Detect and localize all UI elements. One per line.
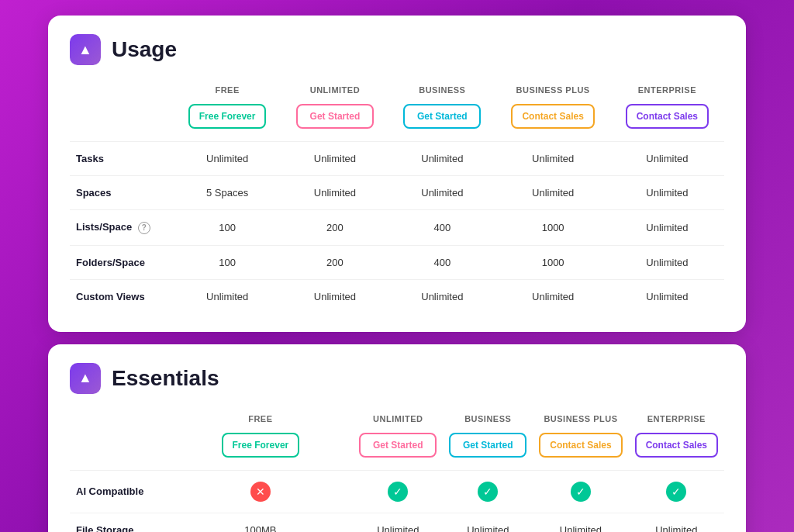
ess-unlimited-btn[interactable]: Get Started	[359, 433, 437, 458]
feature-label: AI Compatible	[70, 470, 167, 513]
page-wrapper: ▲ Usage FREE UNLIMITED BUSINESS BUSINESS…	[48, 16, 746, 532]
essentials-icon: ▲	[70, 363, 101, 394]
usage-unlimited-btn-cell: Get Started	[281, 99, 388, 142]
feature-label: Folders/Space	[70, 245, 173, 279]
cell-value: Unlimited	[281, 176, 388, 210]
check-icon: ✓	[388, 482, 408, 502]
usage-col-business: BUSINESS	[388, 81, 495, 99]
usage-card: ▲ Usage FREE UNLIMITED BUSINESS BUSINESS…	[48, 16, 746, 332]
ess-free-btn[interactable]: Free Forever	[222, 433, 300, 458]
usage-table: FREE UNLIMITED BUSINESS BUSINESS PLUS EN…	[70, 81, 724, 313]
ess-col-business: BUSINESS	[443, 409, 533, 428]
cell-value: Unlimited	[610, 245, 724, 279]
table-row: Lists/Space ? 100 200 400 1000 Unlimited	[70, 210, 724, 246]
table-row: Folders/Space 100 200 400 1000 Unlimited	[70, 245, 724, 279]
cell-value: 1000	[496, 245, 610, 279]
cell-value: Unlimited	[496, 142, 610, 176]
cell-value: 200	[281, 210, 388, 246]
ess-business-btn[interactable]: Get Started	[449, 433, 526, 458]
feature-label: File Storage	[70, 513, 167, 532]
table-row: File Storage 100MB Unlimited Unlimited U…	[70, 513, 724, 532]
cell-value: ✓	[629, 470, 724, 513]
check-icon: ✓	[571, 482, 591, 502]
usage-col-enterprise: ENTERPRISE	[610, 81, 724, 99]
feature-label: Spaces	[70, 176, 173, 210]
help-icon[interactable]: ?	[138, 222, 150, 234]
essentials-plan-header-row: FREE UNLIMITED BUSINESS BUSINESS PLUS EN…	[70, 409, 724, 428]
essentials-title: Essentials	[112, 366, 219, 391]
ess-col-feature	[70, 409, 167, 428]
table-row: Custom Views Unlimited Unlimited Unlimit…	[70, 279, 724, 313]
cell-value: Unlimited	[388, 176, 495, 210]
cell-value: Unlimited	[610, 279, 724, 313]
cell-value: 400	[388, 245, 495, 279]
cell-value: Unlimited	[629, 513, 724, 532]
cell-value: Unlimited	[281, 142, 388, 176]
ess-btn-spacer	[70, 428, 167, 471]
cell-value: Unlimited	[443, 513, 533, 532]
table-row: AI Compatible ✕ ✓ ✓ ✓	[70, 470, 724, 513]
cell-value: ✓	[443, 470, 533, 513]
usage-btn-spacer	[70, 99, 173, 142]
cell-value: ✓	[533, 470, 628, 513]
cell-value: Unlimited	[353, 513, 443, 532]
usage-free-btn[interactable]: Free Forever	[188, 104, 267, 129]
ess-col-business-plus: BUSINESS PLUS	[533, 409, 628, 428]
essentials-header: ▲ Essentials	[70, 363, 724, 394]
cell-value: Unlimited	[388, 279, 495, 313]
essentials-btn-row: Free Forever Get Started Get Started Con…	[70, 428, 724, 471]
cell-value: 200	[281, 245, 388, 279]
ess-col-free: FREE	[167, 409, 353, 428]
cell-value: Unlimited	[173, 279, 281, 313]
cell-value: Unlimited	[610, 176, 724, 210]
usage-free-btn-cell: Free Forever	[173, 99, 281, 142]
table-row: Tasks Unlimited Unlimited Unlimited Unli…	[70, 142, 724, 176]
cell-value: Unlimited	[610, 142, 724, 176]
usage-table-wrapper: FREE UNLIMITED BUSINESS BUSINESS PLUS EN…	[70, 81, 724, 313]
usage-plan-header-row: FREE UNLIMITED BUSINESS BUSINESS PLUS EN…	[70, 81, 724, 99]
ess-col-enterprise: ENTERPRISE	[629, 409, 724, 428]
cell-value: 5 Spaces	[173, 176, 281, 210]
usage-btn-row: Free Forever Get Started Get Started Con…	[70, 99, 724, 142]
ess-enterprise-btn[interactable]: Contact Sales	[635, 433, 718, 458]
usage-business-btn[interactable]: Get Started	[403, 104, 481, 129]
cell-value: 1000	[496, 210, 610, 246]
cell-value: 100	[173, 210, 281, 246]
ess-business-plus-btn[interactable]: Contact Sales	[539, 433, 622, 458]
usage-business-btn-cell: Get Started	[388, 99, 495, 142]
ess-free-btn-cell: Free Forever	[167, 428, 353, 471]
check-icon: ✓	[478, 482, 498, 502]
cell-value: Unlimited	[173, 142, 281, 176]
usage-icon: ▲	[70, 34, 101, 65]
cell-value: Unlimited	[610, 210, 724, 246]
ess-unlimited-btn-cell: Get Started	[353, 428, 443, 471]
cell-value: Unlimited	[496, 279, 610, 313]
ess-enterprise-btn-cell: Contact Sales	[629, 428, 724, 471]
check-icon: ✓	[666, 482, 686, 502]
usage-enterprise-btn[interactable]: Contact Sales	[626, 104, 709, 129]
cell-value: 100MB	[167, 513, 353, 532]
cell-value: Unlimited	[496, 176, 610, 210]
essentials-table: FREE UNLIMITED BUSINESS BUSINESS PLUS EN…	[70, 409, 724, 532]
usage-col-free: FREE	[173, 81, 281, 99]
cell-value: 100	[173, 245, 281, 279]
usage-col-feature	[70, 81, 173, 99]
usage-unlimited-btn[interactable]: Get Started	[296, 104, 374, 129]
ess-col-unlimited: UNLIMITED	[353, 409, 443, 428]
cross-icon: ✕	[250, 482, 271, 502]
cell-value: ✓	[353, 470, 443, 513]
ess-business-btn-cell: Get Started	[443, 428, 533, 471]
cell-value: 400	[388, 210, 495, 246]
feature-label: Custom Views	[70, 279, 173, 313]
usage-business-plus-btn[interactable]: Contact Sales	[511, 104, 594, 129]
cell-value: Unlimited	[388, 142, 495, 176]
cell-value: ✕	[167, 470, 353, 513]
usage-col-unlimited: UNLIMITED	[281, 81, 388, 99]
ess-business-plus-btn-cell: Contact Sales	[533, 428, 628, 471]
usage-business-plus-btn-cell: Contact Sales	[496, 99, 610, 142]
feature-label: Tasks	[70, 142, 173, 176]
essentials-card: ▲ Essentials FREE UNLIMITED BUSINESS BUS…	[48, 344, 746, 532]
cell-value: Unlimited	[533, 513, 628, 532]
essentials-table-wrapper: FREE UNLIMITED BUSINESS BUSINESS PLUS EN…	[70, 409, 724, 532]
usage-col-business-plus: BUSINESS PLUS	[496, 81, 610, 99]
